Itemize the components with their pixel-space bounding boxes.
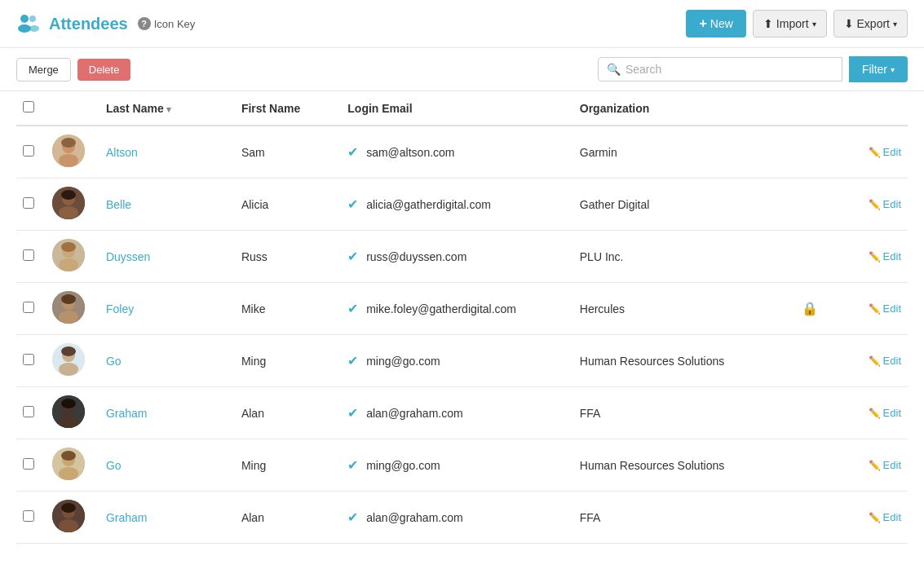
last-name-header[interactable]: Last Name <box>99 91 235 126</box>
header-left: Attendees ? Icon Key <box>16 11 195 37</box>
edit-link[interactable]: ✏️ Edit <box>837 511 901 523</box>
attendee-name-link[interactable]: Go <box>106 459 122 472</box>
attendee-name-link[interactable]: Graham <box>106 511 148 524</box>
svg-point-10 <box>59 206 78 219</box>
avatar-cell <box>46 439 99 492</box>
search-input[interactable] <box>626 63 833 76</box>
search-icon: 🔍 <box>607 63 621 76</box>
last-name-cell: Belle <box>99 179 235 231</box>
svg-point-18 <box>59 311 78 324</box>
avatar <box>52 291 85 324</box>
svg-point-34 <box>59 519 78 532</box>
avatar-cell <box>46 126 99 179</box>
verified-icon: ✔ <box>347 249 358 263</box>
attendee-name-link[interactable]: Altson <box>106 146 138 159</box>
email-value: alan@graham.com <box>366 511 463 524</box>
toolbar-left: Merge Delete <box>16 58 130 82</box>
attendee-name-link[interactable]: Graham <box>106 407 148 420</box>
svg-point-14 <box>59 258 78 271</box>
row-checkbox[interactable] <box>23 406 34 417</box>
edit-link[interactable]: ✏️ Edit <box>837 355 901 367</box>
lock-cell: 🔒 <box>795 283 830 335</box>
edit-icon: ✏️ <box>869 199 881 210</box>
organization-header: Organization <box>573 91 796 126</box>
search-container: 🔍 <box>598 57 842 82</box>
import-icon: ⬆ <box>763 17 773 30</box>
edit-label: Edit <box>883 459 901 471</box>
new-button[interactable]: + New <box>686 10 745 37</box>
avatar <box>52 343 85 376</box>
avatar-cell <box>46 283 99 335</box>
page-title: Attendees <box>49 15 128 33</box>
avatar <box>52 135 85 167</box>
organization-cell: Gather Digital <box>573 179 796 231</box>
toolbar-right: 🔍 Filter ▾ <box>598 56 908 82</box>
organization-cell: Garmin <box>573 126 796 179</box>
avatar <box>52 239 85 271</box>
first-name-header: First Name <box>235 91 341 126</box>
attendee-name-link[interactable]: Foley <box>106 302 134 315</box>
email-cell: ✔ ming@go.com <box>341 439 573 492</box>
row-checkbox-cell <box>16 231 46 283</box>
table-row: Foley Mike ✔ mike.foley@gatherdigital.co… <box>16 283 908 335</box>
svg-point-11 <box>61 190 76 200</box>
lock-cell <box>795 439 830 492</box>
edit-icon: ✏️ <box>869 303 881 315</box>
row-checkbox-cell <box>16 126 46 179</box>
svg-point-7 <box>61 138 76 148</box>
edit-link[interactable]: ✏️ Edit <box>837 302 901 315</box>
row-checkbox[interactable] <box>23 302 34 313</box>
row-checkbox[interactable] <box>23 458 34 470</box>
filter-button[interactable]: Filter ▾ <box>849 56 908 82</box>
row-checkbox-cell <box>16 387 46 439</box>
table-row: Graham Alan ✔ alan@graham.com FFA ✏️ Edi… <box>16 492 908 544</box>
verified-icon: ✔ <box>347 145 358 159</box>
attendee-name-link[interactable]: Belle <box>106 198 131 211</box>
lock-cell <box>795 492 830 544</box>
verified-icon: ✔ <box>347 197 358 211</box>
edit-icon: ✏️ <box>869 512 881 523</box>
verified-icon: ✔ <box>347 510 358 524</box>
first-name-cell: Russ <box>235 231 341 283</box>
avatar-cell <box>46 492 99 544</box>
avatar <box>52 395 85 428</box>
verified-icon: ✔ <box>347 406 358 420</box>
first-name-cell: Ming <box>235 439 341 492</box>
edit-link[interactable]: ✏️ Edit <box>837 146 901 158</box>
email-cell: ✔ ming@go.com <box>341 335 573 387</box>
edit-label: Edit <box>883 250 901 262</box>
svg-point-2 <box>29 15 36 22</box>
edit-link[interactable]: ✏️ Edit <box>837 459 901 471</box>
attendee-name-link[interactable]: Go <box>106 355 122 368</box>
icon-key-link[interactable]: ? Icon Key <box>138 17 196 30</box>
row-checkbox[interactable] <box>23 354 34 365</box>
merge-button[interactable]: Merge <box>16 58 71 82</box>
edit-cell: ✏️ Edit <box>830 387 908 439</box>
attendee-name-link[interactable]: Duyssen <box>106 250 150 263</box>
edit-link[interactable]: ✏️ Edit <box>837 407 901 419</box>
edit-label: Edit <box>883 407 901 419</box>
avatar-cell <box>46 335 99 387</box>
email-cell: ✔ sam@altson.com <box>341 126 573 179</box>
row-checkbox[interactable] <box>23 510 34 522</box>
edit-icon: ✏️ <box>869 460 881 471</box>
export-button[interactable]: ⬇ Export ▾ <box>833 10 908 37</box>
select-all-checkbox[interactable] <box>23 101 34 112</box>
attendees-icon <box>16 11 39 37</box>
edit-icon: ✏️ <box>869 408 881 419</box>
row-checkbox[interactable] <box>23 145 34 157</box>
table-row: Graham Alan ✔ alan@graham.com FFA ✏️ Edi… <box>16 387 908 439</box>
edit-link[interactable]: ✏️ Edit <box>837 250 901 262</box>
row-checkbox-cell <box>16 179 46 231</box>
import-button[interactable]: ⬆ Import ▾ <box>753 10 827 37</box>
row-checkbox-cell <box>16 492 46 544</box>
email-cell: ✔ russ@duyssen.com <box>341 231 573 283</box>
question-icon: ? <box>138 17 151 30</box>
delete-button[interactable]: Delete <box>77 59 131 81</box>
lock-cell <box>795 387 830 439</box>
edit-header <box>830 91 908 126</box>
lock-cell <box>795 126 830 179</box>
row-checkbox[interactable] <box>23 197 34 209</box>
row-checkbox[interactable] <box>23 249 34 261</box>
edit-link[interactable]: ✏️ Edit <box>837 198 901 210</box>
